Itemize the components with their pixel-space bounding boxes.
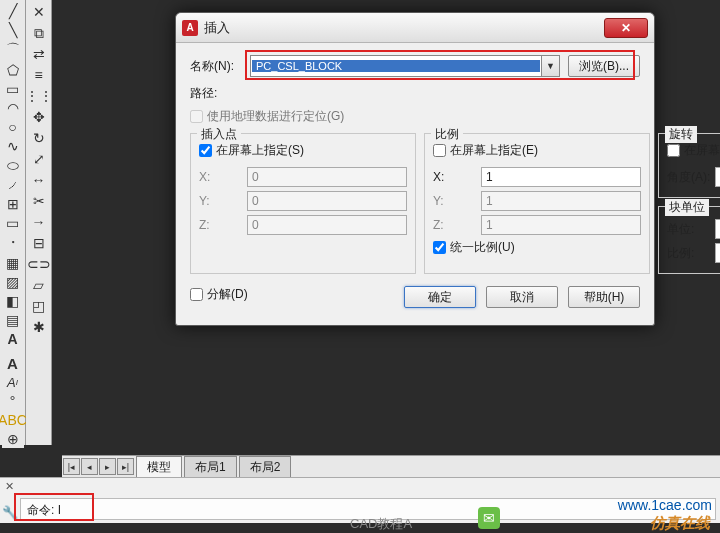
dialog-titlebar[interactable]: A 插入 ✕ xyxy=(176,13,654,43)
chevron-down-icon[interactable]: ▼ xyxy=(541,56,559,76)
table-icon[interactable]: ▤ xyxy=(2,311,24,329)
tab-next-icon[interactable]: ▸ xyxy=(99,458,116,475)
insert-icon[interactable]: ⊞ xyxy=(2,195,24,213)
chamfer-icon[interactable]: ▱ xyxy=(28,275,50,295)
region-icon[interactable]: ◧ xyxy=(2,292,24,310)
tool3-icon[interactable]: ° xyxy=(2,392,24,410)
ins-z-input xyxy=(247,215,407,235)
tab-first-icon[interactable]: |◂ xyxy=(63,458,80,475)
geo-checkbox: 使用地理数据进行定位(G) xyxy=(190,108,640,125)
ins-y-input xyxy=(247,191,407,211)
explode-checkbox[interactable]: 分解(D) xyxy=(190,286,248,303)
gradient-icon[interactable]: ▨ xyxy=(2,273,24,291)
erase-icon[interactable]: ✕ xyxy=(28,2,50,22)
tab-last-icon[interactable]: ▸| xyxy=(117,458,134,475)
arc-icon[interactable]: ◠ xyxy=(2,99,24,117)
insertion-legend: 插入点 xyxy=(197,126,241,143)
line-icon[interactable]: ╱ xyxy=(2,2,24,20)
rotation-onscreen-input[interactable] xyxy=(667,144,680,157)
mtext-icon[interactable]: A xyxy=(2,330,24,348)
scale-x-label: X: xyxy=(433,170,481,184)
unit-input xyxy=(715,219,720,239)
rotate-icon[interactable]: ↻ xyxy=(28,128,50,148)
layout-tabbar: |◂ ◂ ▸ ▸| 模型 布局1 布局2 xyxy=(62,455,720,477)
insertion-group: 插入点 在屏幕上指定(S) X: Y: Z: xyxy=(190,133,416,274)
dialog-title: 插入 xyxy=(204,19,604,37)
extend-icon[interactable]: → xyxy=(28,212,50,232)
uniform-scale[interactable]: 统一比例(U) xyxy=(433,239,641,256)
blockunit-legend: 块单位 xyxy=(665,199,709,216)
scale-x-input[interactable] xyxy=(481,167,641,187)
insert-dialog: A 插入 ✕ 名称(N): PC_CSL_BLOCK ▼ 浏览(B)... 路径… xyxy=(175,12,655,326)
trim-icon[interactable]: ✂ xyxy=(28,191,50,211)
name-combobox[interactable]: PC_CSL_BLOCK ▼ xyxy=(250,55,560,77)
scale-onscreen[interactable]: 在屏幕上指定(E) xyxy=(433,142,641,159)
array-icon[interactable]: ⋮⋮ xyxy=(28,86,50,106)
text-a-icon[interactable]: A xyxy=(2,354,24,373)
copy-icon[interactable]: ⧉ xyxy=(28,23,50,43)
circle-icon[interactable]: ○ xyxy=(2,118,24,136)
move-icon[interactable]: ✥ xyxy=(28,107,50,127)
block-icon[interactable]: ▭ xyxy=(2,214,24,232)
tab-layout1[interactable]: 布局1 xyxy=(184,456,237,478)
geo-checkbox-input xyxy=(190,110,203,123)
join-icon[interactable]: ⊂⊃ xyxy=(28,254,50,274)
spline-icon[interactable]: ∿ xyxy=(2,137,24,155)
point-icon[interactable]: ・ xyxy=(2,233,24,253)
polygon-icon[interactable]: ⬠ xyxy=(2,61,24,79)
insertion-onscreen[interactable]: 在屏幕上指定(S) xyxy=(199,142,407,159)
ratio-input xyxy=(715,243,720,263)
ellipse-icon[interactable]: ⬭ xyxy=(2,156,24,175)
xline-icon[interactable]: ╲ xyxy=(2,21,24,39)
insertion-onscreen-input[interactable] xyxy=(199,144,212,157)
fillet-icon[interactable]: ◰ xyxy=(28,296,50,316)
rotation-onscreen[interactable]: 在屏幕上指定(C) xyxy=(667,142,720,159)
hatch-icon[interactable]: ▦ xyxy=(2,254,24,272)
explode-icon[interactable]: ✱ xyxy=(28,317,50,337)
rotation-legend: 旋转 xyxy=(665,126,697,143)
uniform-scale-input[interactable] xyxy=(433,241,446,254)
ins-x-label: X: xyxy=(199,170,247,184)
explode-input[interactable] xyxy=(190,288,203,301)
unit-label: 单位: xyxy=(667,221,715,238)
cmd-gear-icon[interactable]: 🔧 xyxy=(2,505,16,519)
scale-icon[interactable]: ⤢ xyxy=(28,149,50,169)
ins-y-label: Y: xyxy=(199,194,247,208)
scale-z-input xyxy=(481,215,641,235)
close-button[interactable]: ✕ xyxy=(604,18,648,38)
tab-layout2[interactable]: 布局2 xyxy=(239,456,292,478)
break-icon[interactable]: ⊟ xyxy=(28,233,50,253)
cmd-close-icon[interactable]: ✕ xyxy=(2,480,16,494)
tool5-icon[interactable]: ⊕ xyxy=(2,430,24,448)
name-value: PC_CSL_BLOCK xyxy=(252,60,540,72)
scale-onscreen-input[interactable] xyxy=(433,144,446,157)
footer-brand: 仿真在线 xyxy=(650,514,710,533)
text-ai-icon[interactable]: AI xyxy=(2,374,24,391)
tab-model[interactable]: 模型 xyxy=(136,456,182,478)
rect-icon[interactable]: ▭ xyxy=(2,80,24,98)
cancel-button[interactable]: 取消 xyxy=(486,286,558,308)
stretch-icon[interactable]: ↔ xyxy=(28,170,50,190)
help-button[interactable]: 帮助(H) xyxy=(568,286,640,308)
earc-icon[interactable]: ⟋ xyxy=(2,176,24,194)
pline-icon[interactable]: ⌒ xyxy=(2,40,24,60)
modify-toolbar: ✕ ⧉ ⇄ ≡ ⋮⋮ ✥ ↻ ⤢ ↔ ✂ → ⊟ ⊂⊃ ▱ ◰ ✱ xyxy=(26,0,52,445)
ok-button[interactable]: 确定 xyxy=(404,286,476,308)
footer-cad: CAD教程A xyxy=(350,515,412,533)
tool4-icon[interactable]: ABC xyxy=(2,411,24,429)
browse-button[interactable]: 浏览(B)... xyxy=(568,55,640,77)
ins-z-label: Z: xyxy=(199,218,247,232)
ratio-label: 比例: xyxy=(667,245,715,262)
blockunit-group: 块单位 单位: 比例: xyxy=(658,206,720,274)
command-value: I xyxy=(58,503,61,517)
ins-x-input xyxy=(247,167,407,187)
angle-input[interactable] xyxy=(715,167,720,187)
draw-toolbar: ╱ ╲ ⌒ ⬠ ▭ ◠ ○ ∿ ⬭ ⟋ ⊞ ▭ ・ ▦ ▨ ◧ ▤ A A AI… xyxy=(0,0,26,445)
scale-legend: 比例 xyxy=(431,126,463,143)
name-label: 名称(N): xyxy=(190,58,250,75)
tab-prev-icon[interactable]: ◂ xyxy=(81,458,98,475)
offset-icon[interactable]: ≡ xyxy=(28,65,50,85)
scale-y-label: Y: xyxy=(433,194,481,208)
mirror-icon[interactable]: ⇄ xyxy=(28,44,50,64)
scale-z-label: Z: xyxy=(433,218,481,232)
